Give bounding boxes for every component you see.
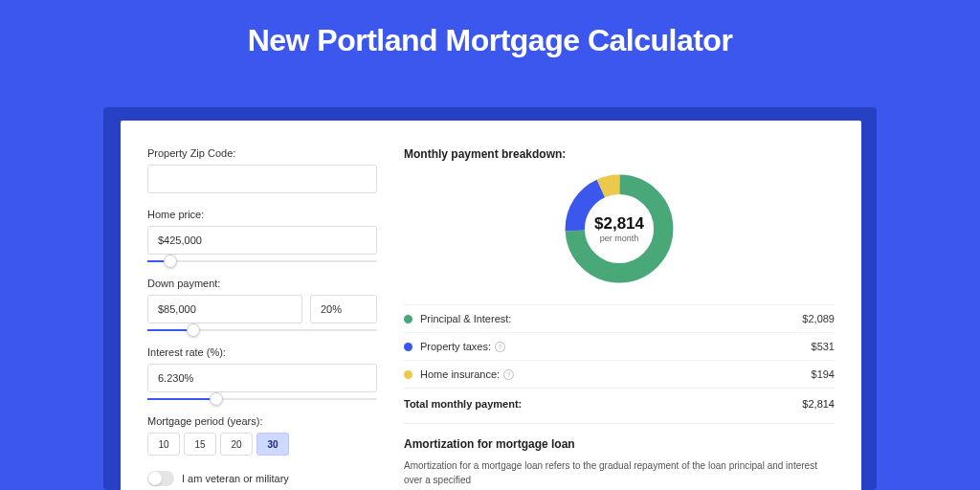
zip-field: Property Zip Code: bbox=[147, 147, 377, 193]
down-payment-field: Down payment: bbox=[147, 278, 377, 331]
interest-rate-label: Interest rate (%): bbox=[147, 346, 377, 358]
breakdown-row-total: Total monthly payment: $2,814 bbox=[404, 388, 835, 423]
down-payment-label: Down payment: bbox=[147, 278, 377, 289]
zip-input[interactable] bbox=[147, 165, 377, 193]
inputs-column: Property Zip Code: Home price: Down paym… bbox=[147, 147, 377, 487]
period-btn-20[interactable]: 20 bbox=[220, 433, 253, 456]
breakdown-label: Principal & Interest: bbox=[420, 313, 802, 324]
total-value: $2,814 bbox=[802, 398, 835, 410]
donut-chart: $2,814 per month bbox=[404, 170, 835, 287]
breakdown-column: Monthly payment breakdown: $2,814 per mo… bbox=[404, 147, 835, 487]
breakdown-value: $531 bbox=[812, 341, 835, 352]
period-btn-30[interactable]: 30 bbox=[256, 433, 289, 456]
breakdown-row-pi: Principal & Interest: $2,089 bbox=[404, 304, 835, 332]
calculator-card: Property Zip Code: Home price: Down paym… bbox=[121, 121, 861, 490]
period-btn-10[interactable]: 10 bbox=[147, 433, 180, 456]
veteran-toggle-row: I am veteran or military bbox=[147, 471, 377, 486]
home-price-label: Home price: bbox=[147, 209, 377, 220]
info-icon[interactable]: ? bbox=[495, 342, 505, 352]
interest-rate-field: Interest rate (%): bbox=[147, 346, 377, 400]
slider-thumb[interactable] bbox=[187, 323, 200, 337]
amortization-title: Amortization for mortgage loan bbox=[404, 423, 835, 451]
dot-icon bbox=[404, 370, 412, 379]
home-price-slider[interactable] bbox=[147, 260, 377, 262]
veteran-toggle[interactable] bbox=[147, 471, 174, 486]
breakdown-value: $194 bbox=[812, 368, 835, 380]
down-payment-slider[interactable] bbox=[147, 329, 377, 331]
amortization-body: Amortization for a mortgage loan refers … bbox=[404, 458, 835, 487]
toggle-knob bbox=[148, 472, 162, 485]
period-btn-15[interactable]: 15 bbox=[184, 433, 216, 456]
interest-rate-slider[interactable] bbox=[147, 398, 377, 400]
total-label: Total monthly payment: bbox=[404, 398, 802, 410]
zip-label: Property Zip Code: bbox=[147, 147, 377, 159]
donut-center: $2,814 per month bbox=[561, 170, 678, 287]
page-title: New Portland Mortgage Calculator bbox=[0, 0, 980, 76]
donut-center-value: $2,814 bbox=[594, 214, 644, 234]
dot-icon bbox=[404, 343, 412, 351]
period-label: Mortgage period (years): bbox=[147, 415, 377, 427]
breakdown-value: $2,089 bbox=[802, 313, 835, 324]
veteran-label: I am veteran or military bbox=[182, 473, 289, 484]
period-field: Mortgage period (years): 10 15 20 30 bbox=[147, 415, 377, 456]
slider-thumb[interactable] bbox=[164, 255, 177, 268]
home-price-field: Home price: bbox=[147, 209, 377, 262]
down-payment-pct-input[interactable] bbox=[310, 295, 377, 323]
breakdown-label: Home insurance: ? bbox=[420, 368, 812, 380]
breakdown-label: Property taxes: ? bbox=[420, 341, 812, 352]
interest-rate-input[interactable] bbox=[147, 364, 377, 392]
donut-center-sub: per month bbox=[600, 234, 639, 243]
home-price-input[interactable] bbox=[147, 226, 377, 255]
slider-thumb[interactable] bbox=[210, 392, 223, 406]
dot-icon bbox=[404, 315, 412, 323]
info-icon[interactable]: ? bbox=[503, 369, 514, 380]
down-payment-input[interactable] bbox=[147, 295, 302, 323]
breakdown-title: Monthly payment breakdown: bbox=[404, 147, 835, 161]
breakdown-row-ins: Home insurance: ? $194 bbox=[404, 360, 835, 388]
breakdown-row-tax: Property taxes: ? $531 bbox=[404, 332, 835, 360]
